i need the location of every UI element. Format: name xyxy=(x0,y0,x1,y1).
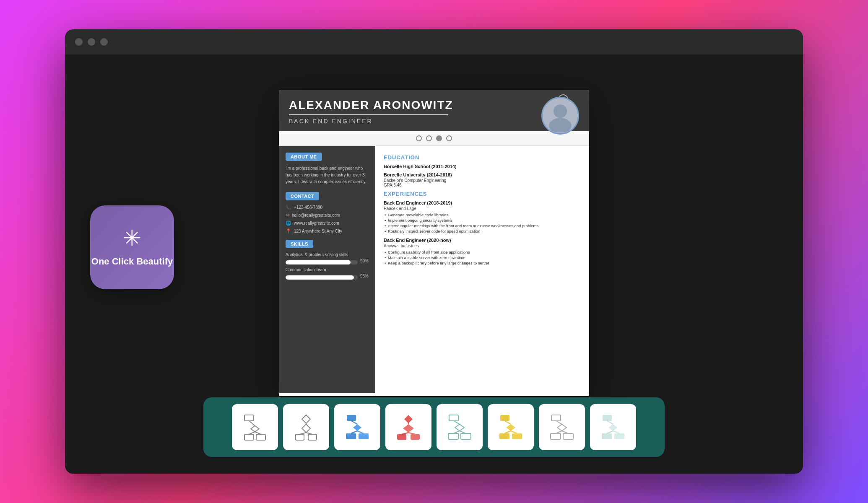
toolbar-item-6[interactable] xyxy=(488,404,534,450)
svg-rect-37 xyxy=(500,415,509,421)
resume-header-underline xyxy=(289,114,448,115)
skill-2-percent: 95% xyxy=(360,274,369,278)
traffic-light-maximize[interactable] xyxy=(100,38,108,46)
toolbar-item-7[interactable] xyxy=(539,404,585,450)
svg-line-55 xyxy=(607,421,613,424)
exp-1-title: Back End Engineer (2018-2019) xyxy=(384,200,581,205)
toolbar-item-4[interactable] xyxy=(385,404,431,450)
svg-line-6 xyxy=(249,421,255,426)
traffic-light-close[interactable] xyxy=(75,38,83,46)
exp-2-title: Back End Engineer (2020-now) xyxy=(384,238,581,243)
toolbar-item-1[interactable] xyxy=(232,404,278,450)
globe-icon: 🌐 xyxy=(286,220,291,226)
contact-label: CONTACT xyxy=(286,192,319,200)
toolbar-item-5[interactable] xyxy=(437,404,483,450)
svg-rect-30 xyxy=(449,415,458,421)
svg-marker-24 xyxy=(403,424,414,433)
about-me-label: ABOUT ME xyxy=(286,153,322,161)
svg-marker-3 xyxy=(251,426,259,432)
traffic-light-minimize[interactable] xyxy=(88,38,95,46)
nav-dot-4[interactable] xyxy=(446,135,452,141)
skill-2-fill xyxy=(286,275,354,280)
svg-rect-40 xyxy=(512,433,522,439)
toolbar-item-2[interactable] xyxy=(283,404,329,450)
edu-detail-2: Bachelor's Computer EngineeringGPA:3.46 xyxy=(384,178,581,187)
svg-line-29 xyxy=(408,433,415,434)
exp-2-bullet-2: Maintain a stable server with zero downt… xyxy=(384,255,581,260)
browser-window: ✳ One Click Beautify ALEXANDER ARONOWITZ… xyxy=(65,29,803,474)
nav-dot-3[interactable] xyxy=(436,135,442,141)
exp-1-bullet-3: Attend regular meetings with the front a… xyxy=(384,223,581,228)
app-icon[interactable]: ✳ One Click Beautify xyxy=(90,205,174,289)
browser-content: ✳ One Click Beautify ALEXANDER ARONOWITZ… xyxy=(65,54,803,474)
svg-rect-2 xyxy=(244,415,254,421)
resume-header: ALEXANDER ARONOWITZ BACK END ENGINEER xyxy=(279,90,589,131)
nav-dot-1[interactable] xyxy=(416,135,422,141)
svg-marker-17 xyxy=(353,424,361,431)
edu-school-1: Borcelle High School (2011-2014) xyxy=(384,164,581,169)
bottom-toolbar xyxy=(203,397,665,457)
svg-marker-9 xyxy=(302,415,310,423)
exp-1-company: Paucek and Lage xyxy=(384,206,581,211)
resume-name: ALEXANDER ARONOWITZ xyxy=(289,99,579,112)
contact-address: 📍 123 Anywhere St Any City xyxy=(286,228,369,234)
svg-rect-51 xyxy=(603,415,612,421)
svg-rect-25 xyxy=(397,434,406,440)
svg-rect-16 xyxy=(347,415,356,421)
svg-rect-39 xyxy=(499,433,509,439)
svg-rect-12 xyxy=(308,434,317,440)
toolbar-item-8[interactable] xyxy=(590,404,636,450)
exp-2-bullet-1: Configure usability of all front side ap… xyxy=(384,250,581,254)
svg-rect-44 xyxy=(551,415,561,421)
skill-1-name: Analytical & problem solving skills xyxy=(286,252,369,257)
skill-1-fill xyxy=(286,260,351,264)
svg-line-20 xyxy=(351,421,357,424)
nav-dot-2[interactable] xyxy=(426,135,432,141)
app-icon-symbol: ✳ xyxy=(123,227,141,249)
svg-line-21 xyxy=(351,431,357,433)
exp-2-bullet-3: Keep a backup library before any large c… xyxy=(384,261,581,265)
skill-1-percent: 90% xyxy=(360,259,369,263)
svg-rect-46 xyxy=(551,433,561,439)
experiences-section-title: EXPERIENCES xyxy=(384,191,581,197)
contact-website: 🌐 www.reallygreatsite.com xyxy=(286,220,369,226)
resume-main: EDUCATION Borcelle High School (2011-201… xyxy=(375,146,589,393)
resume-avatar xyxy=(541,97,579,135)
svg-point-0 xyxy=(554,104,567,118)
edu-school-2: Borcelle University (2014-2018) xyxy=(384,172,581,177)
svg-rect-11 xyxy=(296,434,304,440)
svg-line-34 xyxy=(454,421,460,424)
resume-nav-dots xyxy=(279,131,589,146)
toolbar-item-3[interactable] xyxy=(334,404,380,450)
svg-rect-32 xyxy=(448,433,458,439)
skills-label: SKILLS xyxy=(286,240,313,248)
svg-rect-33 xyxy=(461,433,471,439)
resume-preview: ALEXANDER ARONOWITZ BACK END ENGINEER xyxy=(279,90,589,396)
svg-rect-26 xyxy=(411,434,420,440)
phone-icon: 📞 xyxy=(286,205,291,210)
svg-line-57 xyxy=(613,431,619,433)
resume-sidebar: ABOUT ME I'm a professional back end eng… xyxy=(279,146,375,393)
svg-line-41 xyxy=(505,421,511,424)
svg-line-22 xyxy=(357,431,364,433)
svg-marker-10 xyxy=(302,424,310,433)
about-me-text: I'm a professional back end engineer who… xyxy=(286,165,369,185)
skill-1-bar xyxy=(286,260,358,264)
svg-rect-47 xyxy=(563,433,573,439)
exp-1-bullet-2: Implement ongoing security systems xyxy=(384,218,581,223)
svg-marker-45 xyxy=(557,424,567,431)
svg-rect-4 xyxy=(244,434,254,440)
svg-rect-18 xyxy=(346,433,356,439)
resume-body: ABOUT ME I'm a professional back end eng… xyxy=(279,146,589,393)
education-section-title: EDUCATION xyxy=(384,154,581,161)
svg-rect-5 xyxy=(256,434,265,440)
svg-line-28 xyxy=(402,433,408,434)
skill-2-bar xyxy=(286,275,358,280)
svg-marker-31 xyxy=(455,424,464,431)
svg-rect-53 xyxy=(602,433,612,439)
svg-point-1 xyxy=(549,118,571,132)
location-icon: 📍 xyxy=(286,228,291,234)
app-icon-label: One Click Beautify xyxy=(91,256,173,268)
svg-rect-19 xyxy=(359,433,369,439)
browser-titlebar xyxy=(65,29,803,54)
